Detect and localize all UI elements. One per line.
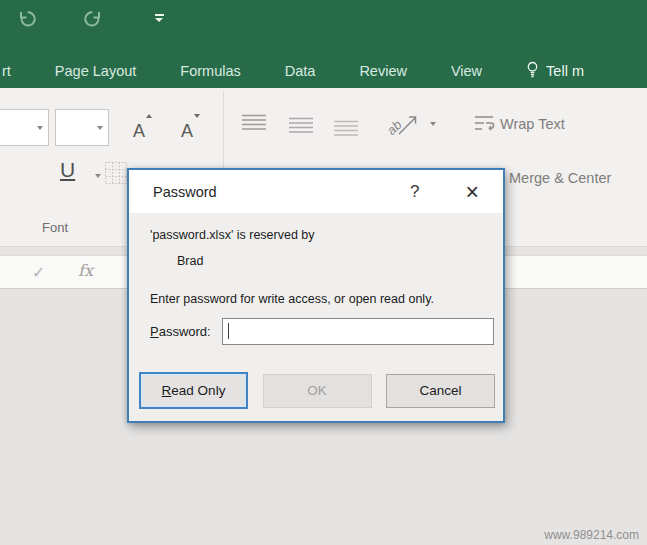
diagonal-arrow-icon: [395, 112, 421, 138]
reserved-by-text: 'password.xlsx' is reserved by: [150, 228, 481, 242]
grow-font-icon: A: [133, 121, 145, 142]
ok-button-label: OK: [307, 383, 327, 398]
font-group-label: Font: [24, 220, 86, 235]
tab-review[interactable]: Review: [359, 63, 407, 79]
dialog-titlebar[interactable]: Password ? ×: [129, 170, 503, 213]
decrease-font-size-button[interactable]: A: [170, 112, 204, 144]
orientation-button[interactable]: ab: [385, 110, 425, 144]
caret-up-icon: [146, 114, 152, 118]
tab-tell-me[interactable]: Tell m: [526, 61, 584, 81]
tab-data[interactable]: Data: [285, 63, 316, 79]
borders-grid-icon: [104, 161, 128, 185]
caret-down-icon: [194, 114, 200, 118]
password-dialog: Password ? × 'password.xlsx' is reserved…: [127, 168, 505, 423]
wrap-text-button[interactable]: Wrap Text: [474, 115, 565, 132]
excel-title-header: rt Page Layout Formulas Data Review View…: [0, 0, 647, 88]
underline-button[interactable]: U: [60, 158, 75, 182]
watermark-text: www.989214.com: [544, 528, 639, 542]
merge-and-center-button[interactable]: Merge & Center: [509, 170, 611, 186]
chevron-down-icon: [37, 126, 43, 130]
text-cursor: [228, 323, 229, 339]
bottom-align-icon[interactable]: [333, 120, 359, 141]
redo-icon[interactable]: [82, 8, 104, 28]
tab-tell-me-label: Tell m: [546, 63, 584, 79]
quick-access-toolbar: [16, 8, 170, 28]
tab-insert[interactable]: rt: [2, 63, 11, 79]
cancel-button-label: Cancel: [419, 383, 461, 398]
password-input[interactable]: [222, 318, 494, 345]
ribbon-tab-bar: rt Page Layout Formulas Data Review View…: [2, 54, 628, 88]
password-prompt-text: Enter password for write access, or open…: [150, 292, 481, 306]
dialog-body: 'password.xlsx' is reserved by Brad Ente…: [129, 213, 503, 345]
enter-checkmark-icon[interactable]: ✓: [32, 263, 45, 282]
undo-icon[interactable]: [16, 8, 38, 28]
tab-formulas[interactable]: Formulas: [180, 63, 240, 79]
password-input-wrap: [222, 318, 494, 345]
close-icon[interactable]: ×: [466, 182, 479, 202]
borders-button[interactable]: [104, 161, 128, 189]
font-size-combobox[interactable]: [55, 109, 109, 146]
read-only-button-label: Read Only: [162, 383, 226, 398]
wrap-text-icon: [474, 115, 495, 132]
chevron-down-icon[interactable]: [430, 122, 436, 126]
ok-button: OK: [263, 374, 372, 408]
dialog-button-row: Read Only OK Cancel: [129, 372, 503, 409]
read-only-button[interactable]: Read Only: [139, 372, 248, 409]
owner-name-text: Brad: [177, 254, 481, 268]
increase-font-size-button[interactable]: A: [122, 112, 156, 144]
wrap-text-label: Wrap Text: [500, 116, 565, 132]
middle-align-icon[interactable]: [288, 117, 314, 138]
password-field-label: Password:: [150, 324, 222, 339]
insert-function-fx-icon[interactable]: fx: [78, 261, 93, 280]
help-icon[interactable]: ?: [410, 182, 419, 202]
tab-view[interactable]: View: [451, 63, 482, 79]
password-field-row: Password:: [150, 318, 481, 345]
chevron-down-icon[interactable]: [95, 174, 101, 178]
font-name-combobox[interactable]: [0, 109, 49, 146]
tab-page-layout[interactable]: Page Layout: [55, 63, 136, 79]
customize-toolbar-dropdown-icon[interactable]: [148, 8, 170, 28]
lightbulb-icon: [526, 61, 539, 81]
shrink-font-icon: A: [181, 121, 193, 142]
chevron-down-icon: [97, 126, 103, 130]
dialog-title: Password: [153, 184, 410, 200]
top-align-icon[interactable]: [241, 114, 267, 135]
cancel-button[interactable]: Cancel: [386, 374, 495, 408]
